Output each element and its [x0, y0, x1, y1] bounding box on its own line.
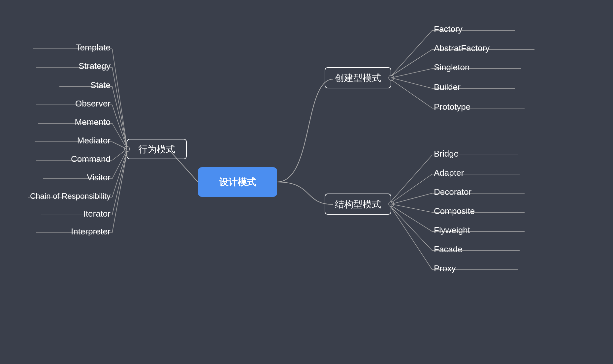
leaf-singleton: Singleton [434, 62, 469, 72]
leaf-abstratfactory: AbstratFactory [434, 43, 490, 53]
leaf-proxy: Proxy [434, 263, 456, 273]
leaf-state: State [90, 80, 111, 90]
leaf-composite: Composite [434, 206, 475, 216]
leaf-interpreter: Interpreter [71, 227, 111, 236]
leaf-chain: Chain of Responsibility [30, 192, 111, 200]
leaf-factory: Factory [434, 24, 463, 34]
leaf-bridge: Bridge [434, 149, 459, 159]
leaf-visitor: Visitor [87, 172, 111, 182]
branch-label-xingwei: 行为模式 [138, 144, 175, 154]
branch-label-jiegou: 结构型模式 [335, 199, 381, 209]
leaf-flyweight: Flyweight [434, 225, 470, 235]
leaf-decorator: Decorator [434, 187, 471, 197]
leaf-memento: Memento [75, 117, 111, 127]
leaf-iterator: Iterator [83, 209, 111, 219]
leaf-facade: Facade [434, 244, 463, 254]
branch-label-chuangjian: 创建型模式 [335, 73, 381, 83]
leaf-observer: Observer [75, 99, 111, 108]
leaf-command: Command [71, 154, 111, 164]
leaf-strategy: Strategy [79, 61, 111, 71]
leaf-adapter: Adapter [434, 168, 464, 178]
leaf-mediator: Mediator [77, 136, 111, 145]
leaf-prototype: Prototype [434, 102, 470, 112]
leaf-template: Template [76, 43, 111, 52]
center-label: 设计模式 [219, 177, 256, 187]
leaf-builder: Builder [434, 82, 461, 92]
